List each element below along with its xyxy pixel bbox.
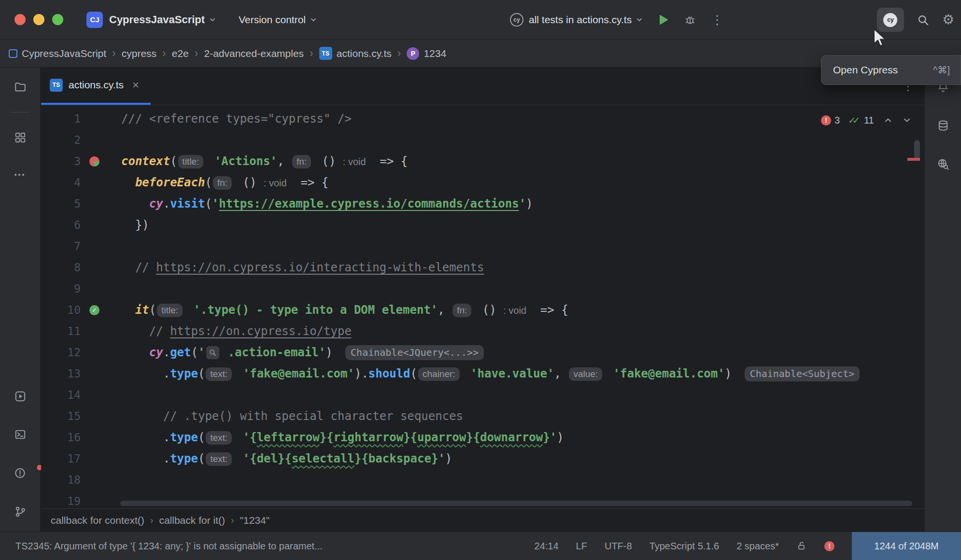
line-number[interactable]: 10 <box>41 304 81 316</box>
code-token: => { <box>366 154 408 168</box>
line-number[interactable]: 4 <box>41 176 81 189</box>
run-configuration-selector[interactable]: all tests in actions.cy.ts <box>529 14 632 26</box>
line-number[interactable]: 14 <box>41 389 81 401</box>
code-token: 'fake@email.com' <box>243 367 354 380</box>
breadcrumb-item[interactable]: TSactions.cy.ts <box>319 47 392 60</box>
code-line-15[interactable]: 15 // .type() with special character seq… <box>41 406 924 427</box>
code-line-6[interactable]: 6 }) <box>41 214 924 236</box>
language-version-widget[interactable]: TypeScript 5.1.6 <box>650 541 720 552</box>
vertical-scrollbar[interactable] <box>914 140 920 159</box>
run-tool-button[interactable] <box>14 390 27 403</box>
indent-widget[interactable]: 2 spaces* <box>736 541 779 552</box>
line-number[interactable]: 19 <box>41 495 81 507</box>
version-control-menu[interactable]: Version control <box>239 14 317 26</box>
caret-position-widget[interactable]: 24:14 <box>535 541 559 552</box>
code-token: ( <box>198 431 205 444</box>
more-tool-windows-button[interactable]: ••• <box>14 171 26 179</box>
line-number[interactable]: 13 <box>41 367 81 380</box>
breadcrumb-item[interactable]: cypress <box>122 48 156 59</box>
code-line-17[interactable]: 17 .type(text: '{del}{selectall}{backspa… <box>41 448 924 469</box>
project-menu[interactable]: CypressJavaScript <box>109 14 205 26</box>
code-line-2[interactable]: 2 <box>41 129 924 151</box>
code-line-13[interactable]: 13 .type(text: 'fake@email.com').should(… <box>41 363 924 384</box>
line-number[interactable]: 9 <box>41 282 81 295</box>
code-token: value: <box>569 367 602 381</box>
code-link[interactable]: https://example.cypress.io/commands/acti… <box>219 197 519 210</box>
code-line-4[interactable]: 4 beforeEach(fn: () : void => { <box>41 172 924 193</box>
error-stripe-mark[interactable] <box>907 158 920 161</box>
code-line-8[interactable]: 8 // https://on.cypress.io/interacting-w… <box>41 257 924 278</box>
code-content: // https://on.cypress.io/type <box>121 324 352 338</box>
search-everywhere-button[interactable] <box>917 14 930 27</box>
line-number[interactable]: 1 <box>41 112 81 125</box>
more-actions-button[interactable]: ⋮ <box>711 13 723 28</box>
web-inspector-tool-button[interactable] <box>937 158 949 170</box>
close-window-button[interactable] <box>14 14 26 25</box>
code-line-14[interactable]: 14 <box>41 384 924 406</box>
code-line-12[interactable]: 12 cy.get(' .action-email') Chainable<JQ… <box>41 342 924 363</box>
breadcrumb-item[interactable]: 2-advanced-examples <box>204 48 304 59</box>
code-line-18[interactable]: 18 <box>41 469 924 490</box>
line-ending-widget[interactable]: LF <box>576 541 587 552</box>
line-number[interactable]: 12 <box>41 346 81 359</box>
code-token: ' <box>319 346 325 359</box>
horizontal-scrollbar[interactable] <box>120 501 912 506</box>
code-lines[interactable]: 1/// <reference types="cypress" />23cont… <box>41 105 924 508</box>
line-number[interactable]: 18 <box>41 474 81 486</box>
code-line-11[interactable]: 11 // https://on.cypress.io/type <box>41 321 924 342</box>
code-link[interactable]: https://on.cypress.io/interacting-with-e… <box>156 261 484 274</box>
previous-problem-button[interactable] <box>883 115 893 125</box>
member-crumb[interactable]: "1234" <box>240 515 270 526</box>
code-token <box>121 346 149 359</box>
lock-icon[interactable] <box>796 541 807 551</box>
member-crumb[interactable]: callback for context() <box>51 515 144 526</box>
test-run-pass-icon[interactable] <box>89 305 99 315</box>
line-number[interactable]: 11 <box>41 325 81 337</box>
project-tool-button[interactable] <box>14 81 27 93</box>
code-token: }{backspace}' <box>354 452 445 465</box>
member-crumb[interactable]: callback for it() <box>159 515 225 526</box>
status-message[interactable]: TS2345: Argument of type '{ 1234: any; }… <box>15 541 323 552</box>
line-number[interactable]: 6 <box>41 219 81 231</box>
memory-indicator[interactable]: 1244 of 2048M <box>852 532 961 560</box>
run-button[interactable] <box>658 14 669 26</box>
version-control-tool-button[interactable] <box>14 505 27 518</box>
breadcrumb-item[interactable]: P1234 <box>407 47 446 60</box>
line-number[interactable]: 16 <box>41 431 81 444</box>
line-number[interactable]: 2 <box>41 134 81 146</box>
analysis-error-icon[interactable]: ! <box>824 541 834 551</box>
code-line-3[interactable]: 3context(title: 'Actions', fn: () : void… <box>41 151 924 172</box>
debug-button[interactable] <box>684 14 696 26</box>
test-run-mixed-icon[interactable] <box>89 156 99 167</box>
tab-actions-cy-ts[interactable]: TS actions.cy.ts × <box>41 67 151 105</box>
code-token: get <box>170 346 191 359</box>
problems-tool-button[interactable] <box>0 467 40 479</box>
breadcrumb-item[interactable]: CypressJavaScript <box>9 48 106 59</box>
close-tab-icon[interactable]: × <box>132 78 139 92</box>
next-problem-button[interactable] <box>902 115 912 125</box>
line-number[interactable]: 3 <box>41 155 81 168</box>
line-number[interactable]: 8 <box>41 261 81 274</box>
zoom-window-button[interactable] <box>52 14 63 25</box>
selector-lookup-icon[interactable] <box>206 346 219 359</box>
code-line-16[interactable]: 16 .type(text: '{leftarrow}{rightarrow}{… <box>41 427 924 448</box>
breadcrumb-item[interactable]: e2e <box>172 48 189 59</box>
code-token: cy <box>149 197 163 210</box>
minimize-window-button[interactable] <box>33 14 44 25</box>
code-line-9[interactable]: 9 <box>41 278 924 299</box>
code-line-7[interactable]: 7 <box>41 236 924 257</box>
code-line-5[interactable]: 5 cy.visit('https://example.cypress.io/c… <box>41 193 924 214</box>
code-line-1[interactable]: 1/// <reference types="cypress" /> <box>41 108 924 129</box>
code-line-10[interactable]: 10 it(title: '.type() - type into a DOM … <box>41 299 924 321</box>
encoding-widget[interactable]: UTF-8 <box>605 541 632 552</box>
line-number[interactable]: 7 <box>41 240 81 252</box>
code-link[interactable]: https://on.cypress.io/type <box>170 324 352 338</box>
line-number[interactable]: 5 <box>41 197 81 210</box>
line-number[interactable]: 15 <box>41 410 81 422</box>
structure-tool-button[interactable] <box>14 131 27 144</box>
line-number[interactable]: 17 <box>41 452 81 465</box>
terminal-tool-button[interactable] <box>14 428 27 441</box>
inspection-summary-widget[interactable]: ! 3 ✓✓ 11 <box>821 111 912 129</box>
settings-button[interactable]: ⚙ <box>942 13 954 27</box>
database-tool-button[interactable] <box>937 119 949 132</box>
